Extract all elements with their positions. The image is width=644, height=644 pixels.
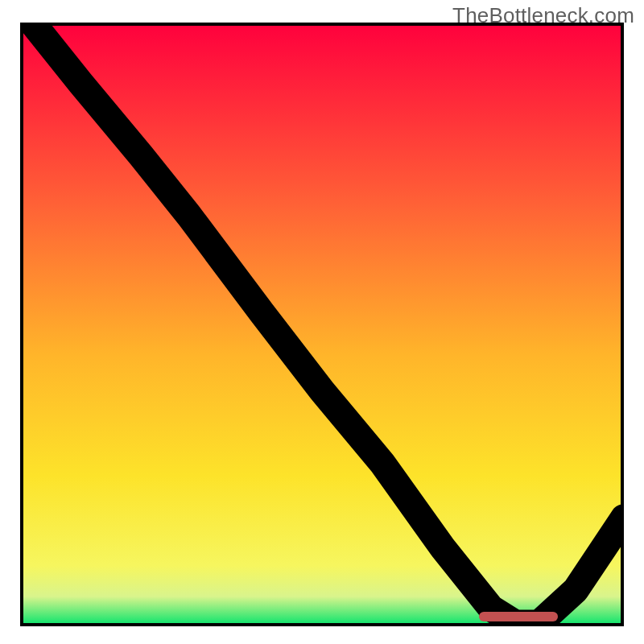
sweet-spot-marker <box>479 612 558 621</box>
curve-path <box>32 23 624 623</box>
chart-area <box>20 23 624 626</box>
bottleneck-curve <box>20 23 624 626</box>
root: TheBottleneck.com <box>0 0 644 644</box>
